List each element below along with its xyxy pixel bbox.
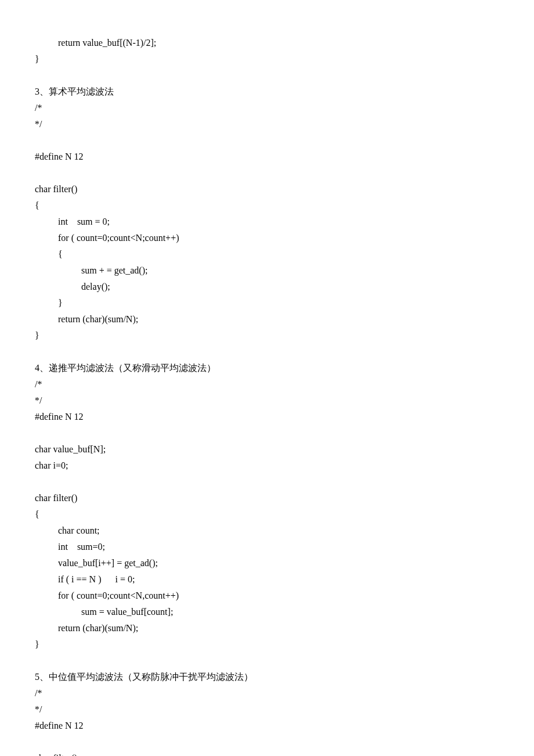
code-line: char count;: [35, 523, 499, 539]
code-content: return value_buf[(N-1)/2];} 3、算术平均滤波法/**…: [35, 35, 499, 756]
code-line: /*: [35, 685, 499, 701]
code-line: }: [35, 327, 499, 344]
code-line: return (char)(sum/N);: [35, 311, 499, 327]
code-line: if ( i == N ) i = 0;: [35, 571, 499, 588]
code-line: {: [35, 506, 499, 523]
code-line: [35, 344, 499, 360]
code-line: */: [35, 393, 499, 409]
code-line: */: [35, 116, 499, 132]
code-line: sum = value_buf[count];: [35, 604, 499, 620]
code-line: [35, 425, 499, 441]
code-line: */: [35, 701, 499, 718]
code-line: 3、算术平均滤波法: [35, 84, 499, 100]
code-line: [35, 132, 499, 149]
code-line: int sum = 0;: [35, 214, 499, 230]
code-line: [35, 474, 499, 490]
code-line: [35, 67, 499, 84]
code-line: [35, 734, 499, 750]
code-line: char filter(): [35, 181, 499, 197]
code-line: char filter(): [35, 750, 499, 756]
code-line: [35, 653, 499, 669]
code-line: for ( count=0;count<N;count++): [35, 230, 499, 246]
code-line: char i=0;: [35, 458, 499, 474]
code-line: int sum=0;: [35, 539, 499, 555]
code-line: #define N 12: [35, 409, 499, 425]
code-line: 4、递推平均滤波法（又称滑动平均滤波法）: [35, 360, 499, 376]
code-line: }: [35, 51, 499, 67]
code-line: /*: [35, 376, 499, 393]
code-line: #define N 12: [35, 149, 499, 165]
code-line: char value_buf[N];: [35, 441, 499, 458]
code-line: {: [35, 246, 499, 262]
code-line: #define N 12: [35, 718, 499, 734]
code-line: [35, 165, 499, 181]
code-line: 5、中位值平均滤波法（又称防脉冲干扰平均滤波法）: [35, 669, 499, 685]
code-line: /*: [35, 100, 499, 116]
code-line: value_buf[i++] = get_ad();: [35, 555, 499, 571]
code-line: return (char)(sum/N);: [35, 620, 499, 636]
code-line: {: [35, 197, 499, 214]
code-line: return value_buf[(N-1)/2];: [35, 35, 499, 51]
code-line: sum + = get_ad();: [35, 262, 499, 279]
code-line: }: [35, 636, 499, 653]
code-line: }: [35, 295, 499, 311]
code-line: delay();: [35, 279, 499, 295]
code-line: char filter(): [35, 490, 499, 506]
code-line: for ( count=0;count<N,count++): [35, 588, 499, 604]
